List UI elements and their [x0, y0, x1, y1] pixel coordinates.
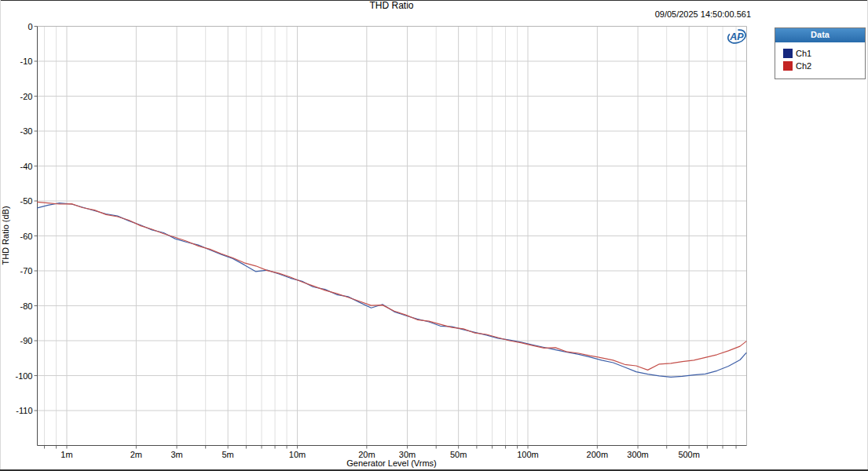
curve-ch2: [38, 202, 746, 370]
x-tick-label: 100m: [517, 450, 539, 459]
legend-item-ch2[interactable]: Ch2: [783, 61, 860, 71]
plot-area[interactable]: 1m2m3m5m10m20m30m50m100m200m300m500m0-10…: [0, 0, 868, 471]
legend-panel[interactable]: Data Ch1 Ch2: [775, 27, 866, 79]
y-tick-label: -110: [16, 406, 32, 415]
x-tick-label: 5m: [222, 450, 234, 459]
x-tick-label: 300m: [627, 450, 649, 459]
y-tick-label: -40: [20, 162, 33, 171]
legend-body: Ch1 Ch2: [775, 42, 865, 78]
legend-item-ch1[interactable]: Ch1: [783, 49, 860, 58]
legend-item-ch2-label: Ch2: [796, 61, 811, 71]
ch2-color-swatch: [783, 61, 793, 71]
ch1-color-swatch: [783, 49, 793, 58]
y-tick-label: -60: [20, 232, 33, 241]
x-tick-label: 50m: [450, 450, 467, 459]
y-tick-label: -20: [20, 92, 33, 101]
x-axis-title: Generator Level (Vrms): [37, 458, 746, 468]
axis-ticks: [35, 27, 737, 449]
y-tick-label: -10: [20, 57, 33, 66]
x-tick-label: 20m: [358, 450, 375, 459]
x-tick-label: 500m: [678, 450, 700, 459]
svg-text:AP: AP: [729, 31, 744, 42]
y-tick-label: -50: [20, 196, 33, 206]
y-tick-label: -100: [15, 371, 32, 381]
legend-title[interactable]: Data: [775, 28, 865, 42]
x-tick-label: 30m: [399, 450, 416, 459]
gridlines: [38, 27, 747, 446]
y-tick-label: -90: [20, 336, 33, 345]
x-tick-label: 10m: [289, 450, 306, 459]
y-tick-label: 0: [27, 22, 32, 31]
y-tick-label: -70: [20, 266, 33, 276]
y-tick-label: -80: [20, 301, 33, 311]
y-axis-title: THD Ratio (dB): [1, 133, 10, 338]
x-tick-label: 1m: [60, 450, 72, 459]
curve-ch1: [38, 203, 746, 378]
legend-item-ch1-label: Ch1: [796, 49, 811, 58]
thd-ratio-chart-window: THD Ratio 09/05/2025 14:50:00.561 1m2m3m…: [0, 0, 868, 471]
x-tick-label: 200m: [587, 450, 609, 459]
x-tick-label: 2m: [130, 450, 142, 459]
x-tick-label: 3m: [170, 450, 182, 459]
y-tick-label: -30: [20, 126, 33, 136]
ap-logo: AP: [727, 27, 748, 45]
